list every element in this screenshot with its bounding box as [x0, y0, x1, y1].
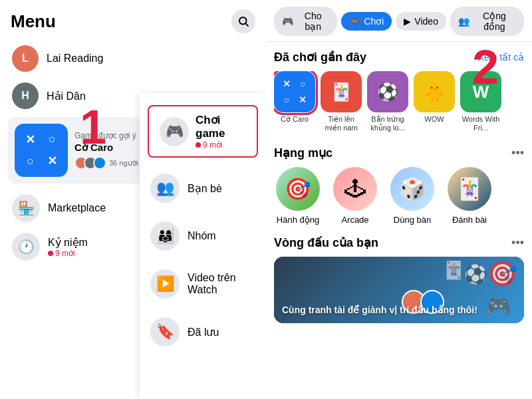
avatar-lai: L [12, 45, 39, 72]
memories-text: Kỷ niệm 9 mới [48, 236, 88, 258]
categories-row: 🎯 Hành động 🕹 Arcade 🎲 Dùng bàn 🃏 Đánh b… [274, 167, 524, 225]
da-luu-icon: 🔖 [150, 317, 180, 346]
svg-point-0 [239, 17, 247, 25]
game-thumb-wow[interactable]: 🐥 WOW [414, 71, 455, 132]
avatar-hai: H [12, 82, 39, 109]
ban-trung-name: Bắn trứng khủng lo... [367, 115, 408, 132]
mini-av-3 [93, 156, 106, 170]
tournament-banner: 🎯 ⚽ 🎮 🃏 Cùng tranh tài để giành vị trí đ… [274, 257, 524, 323]
choi-game-inner: 🎮 Chơi game 9 mới [160, 113, 246, 150]
xo-o2: ○ [21, 152, 40, 171]
ban-trung-icon: ⚽ [367, 71, 408, 112]
user-name-lai: Lai Reading [47, 53, 103, 65]
number-label-2: 2 [472, 43, 499, 91]
xo-x1: ✕ [21, 130, 40, 149]
recent-title: Đã chơi gần đây [274, 50, 366, 65]
video-tab-label: Video [414, 16, 438, 27]
cong-dong-icon: 👥 [458, 16, 469, 27]
badge-dot [48, 251, 53, 256]
left-header: Menu [0, 0, 266, 40]
ban-be-icon: 👥 [150, 174, 180, 203]
game-thumb-tien-len[interactable]: 🃏 Tiến lên miền nam [321, 71, 362, 132]
choi-game-icon: 🎮 [160, 117, 189, 146]
wow-icon: 🐥 [414, 71, 455, 112]
tab-choi[interactable]: 🎮 Chơi [341, 12, 392, 31]
cat-danh-bai[interactable]: 🃏 Đánh bài [446, 167, 493, 225]
svg-line-1 [245, 23, 248, 26]
arcade-icon: 🕹 [333, 167, 377, 211]
marketplace-text: Marketplace [48, 202, 106, 214]
choi-icon: 🎮 [349, 16, 360, 27]
cat-dung-ban[interactable]: 🎲 Dùng bàn [388, 167, 436, 225]
video-icon: ▶️ [150, 269, 180, 299]
number-label-1: 1 [80, 103, 106, 151]
overlay-video[interactable]: ▶️ Video trên Watch [140, 260, 266, 308]
game-icon-xo: ✕ ○ ○ ✕ [15, 124, 68, 177]
danh-bai-icon: 🃏 [448, 167, 491, 211]
user-item-lai-reading[interactable]: L Lai Reading [5, 40, 261, 77]
nhom-label: Nhóm [188, 230, 216, 242]
overlay-ban-be[interactable]: 👥 Bạn bè [140, 164, 266, 212]
memories-icon: 🕐 [12, 233, 40, 261]
mini-avatars [74, 156, 106, 170]
wow-name: WOW [424, 115, 444, 124]
content-area: 2 Đã chơi gần đây Xem tất cả ✕ ○ ○ ✕ Cờ … [266, 42, 532, 399]
choi-game-info: Chơi game 9 mới [196, 113, 246, 150]
choi-label: Chơi [364, 16, 384, 27]
nhom-icon: 👨‍👩‍👧 [150, 221, 180, 251]
marketplace-icon: 🏪 [12, 194, 40, 222]
categories-title: Hạng mục [274, 146, 332, 160]
tournament-title: Vòng đấu của bạn [274, 235, 378, 250]
choi-game-box[interactable]: 🎮 Chơi game 9 mới [148, 105, 258, 158]
tab-video[interactable]: ▶ Video [396, 12, 446, 31]
cho-ban-icon: 🎮 [282, 16, 293, 27]
cat-hanh-dong[interactable]: 🎯 Hành động [274, 167, 322, 225]
tien-len-icon: 🃏 [321, 71, 362, 112]
menu-title: Menu [11, 11, 56, 32]
cat-arcade[interactable]: 🕹 Arcade [331, 167, 379, 225]
words-name: Words With Fri... [460, 115, 501, 132]
xo-o1: ○ [43, 130, 62, 149]
choi-game-wrapper: 🎮 Chơi game 9 mới [140, 98, 266, 164]
tournament-text: Cùng tranh tài để giành vị trí đầu bảng … [274, 297, 485, 323]
tab-cho-ban[interactable]: 🎮 Cho bạn [274, 7, 337, 36]
hanh-dong-label: Hành động [277, 215, 319, 225]
danh-bai-label: Đánh bài [452, 215, 487, 225]
xo-x2: ✕ [43, 152, 62, 171]
game-thumb-co-caro[interactable]: ✕ ○ ○ ✕ Cờ Caro [274, 71, 315, 132]
memories-label: Kỷ niệm [48, 236, 88, 249]
arcade-label: Arcade [341, 215, 368, 225]
choi-game-badge: 9 mới [196, 140, 246, 150]
choi-badge-text: 9 mới [203, 140, 223, 150]
cong-dong-label: Cộng đồng [473, 11, 516, 32]
marketplace-label: Marketplace [48, 202, 106, 214]
co-caro-icon: ✕ ○ ○ ✕ [274, 71, 315, 112]
overlay-panel: 🎮 Chơi game 9 mới 👥 Bạn bè 👨‍👩‍👧 Nhóm [140, 93, 266, 399]
co-caro-name: Cờ Caro [281, 115, 309, 124]
choi-game-title: Chơi game [196, 113, 246, 140]
ban-be-label: Bạn bè [188, 182, 222, 195]
dung-ban-icon: 🎲 [390, 167, 434, 211]
overlay-da-luu[interactable]: 🔖 Đã lưu [140, 308, 266, 356]
categories-more-btn[interactable]: ••• [511, 146, 524, 160]
top-tabs: 🎮 Cho bạn 🎮 Chơi ▶ Video 👥 Cộng đồng [266, 0, 532, 42]
tab-cong-dong[interactable]: 👥 Cộng đồng [450, 7, 524, 36]
tournament-header: Vòng đấu của bạn ••• [274, 235, 524, 250]
da-luu-label: Đã lưu [188, 326, 219, 338]
left-panel: Menu L Lai Reading H Hải Dân ✕ ○ ○ ✕ Gam… [0, 0, 266, 399]
search-button[interactable] [231, 9, 255, 33]
dung-ban-label: Dùng bàn [394, 215, 431, 225]
tournament-more-btn[interactable]: ••• [511, 236, 524, 250]
categories-header: Hạng mục ••• [274, 146, 524, 160]
video-tab-icon: ▶ [404, 16, 411, 27]
right-panel: 🎮 Cho bạn 🎮 Chơi ▶ Video 👥 Cộng đồng 2 Đ… [266, 0, 532, 399]
hanh-dong-icon: 🎯 [276, 167, 320, 211]
game-thumb-ban-trung[interactable]: ⚽ Bắn trứng khủng lo... [367, 71, 408, 132]
badge-text: 9 mới [55, 249, 75, 258]
overlay-nhom[interactable]: 👨‍👩‍👧 Nhóm [140, 212, 266, 260]
cho-ban-label: Cho bạn [297, 11, 329, 32]
tien-len-name: Tiến lên miền nam [321, 115, 362, 132]
video-label: Video trên Watch [188, 272, 255, 296]
memories-badge: 9 mới [48, 249, 88, 258]
